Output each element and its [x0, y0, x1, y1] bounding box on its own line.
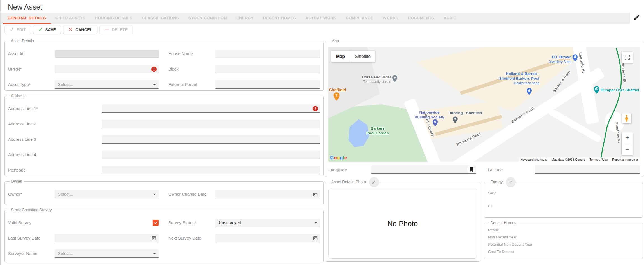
- error-icon: [312, 106, 318, 111]
- longitude-input[interactable]: [371, 165, 476, 174]
- report-map-error-link[interactable]: Report a map error: [612, 158, 638, 161]
- map-pin-horse-and-rider[interactable]: [392, 75, 397, 83]
- tab-audit[interactable]: AUDIT: [439, 13, 461, 24]
- chevron-down-icon: [153, 253, 156, 254]
- tab-classifications[interactable]: CLASSIFICATIONS: [137, 13, 184, 24]
- asset-type-select[interactable]: Select...: [55, 80, 159, 89]
- google-logo[interactable]: Google: [330, 155, 347, 161]
- delete-button[interactable]: DELETE: [99, 25, 133, 34]
- edit-pencil-icon[interactable]: [633, 14, 640, 21]
- poi-sheffield[interactable]: Sheffield: [329, 87, 346, 92]
- address-section: Address Address Line 1* Address Line 2 A…: [4, 93, 324, 176]
- external-parent-label: External Parent: [168, 82, 215, 87]
- address-line2-input[interactable]: [102, 120, 320, 128]
- poi-horse-and-rider[interactable]: Horse and Rider Temporarily closed: [358, 75, 391, 84]
- map-type-satellite-button[interactable]: Satellite: [350, 51, 375, 62]
- next-survey-date-input[interactable]: [215, 234, 320, 242]
- address-line4-label: Address Line 4: [8, 152, 102, 157]
- poi-bumper-cars[interactable]: Bumper Cars Sheffiel: [601, 88, 640, 93]
- tab-bar: GENERAL DETAILS CHILD ASSETS HOUSING DET…: [1, 13, 630, 24]
- postcode-input[interactable]: [102, 166, 320, 174]
- google-letter: o: [334, 155, 337, 160]
- no-photo-text: No Photo: [388, 219, 418, 228]
- edit-button[interactable]: EDIT: [4, 25, 31, 34]
- zoom-in-button[interactable]: +: [622, 132, 633, 144]
- photo-placeholder-box: No Photo: [328, 189, 477, 259]
- owner-change-date-input[interactable]: [215, 190, 320, 198]
- calendar-icon[interactable]: [151, 236, 157, 241]
- tab-actual-work[interactable]: ACTUAL WORK: [301, 13, 341, 24]
- poi-name: Sheffield Barkers Pool: [496, 76, 539, 81]
- tab-decent-homes[interactable]: DECENT HOMES: [258, 13, 301, 24]
- map-section: Map Barker's Pool Barker's Pool Barker's…: [325, 39, 643, 177]
- pegman-streetview-button[interactable]: [622, 113, 631, 123]
- tab-stock-condition[interactable]: STOCK CONDITION: [184, 13, 232, 24]
- address-line3-input[interactable]: [102, 135, 320, 144]
- last-survey-date-input[interactable]: [55, 234, 159, 242]
- longitude-label: Longitude: [328, 167, 371, 172]
- address-line4-input[interactable]: [102, 151, 320, 159]
- zoom-out-button[interactable]: −: [622, 144, 633, 155]
- legend-text: Energy: [490, 180, 503, 184]
- uprn-input[interactable]: [55, 65, 159, 73]
- save-button-label: SAVE: [45, 27, 56, 32]
- poi-name: Building Society: [412, 115, 447, 120]
- google-map[interactable]: Barker's Pool Barker's Pool Barker's Poo…: [328, 47, 640, 162]
- block-input[interactable]: [215, 65, 320, 73]
- tab-compliance[interactable]: COMPLIANCE: [341, 13, 378, 24]
- keyboard-shortcuts-link[interactable]: Keyboard shortcuts: [520, 158, 547, 161]
- map-pin-nationwide[interactable]: [433, 119, 438, 128]
- asset-details-legend: Asset Details: [10, 39, 35, 43]
- google-letter: g: [340, 155, 343, 160]
- poi-desc: Jewellery Store: [541, 60, 571, 64]
- house-name-input[interactable]: [215, 50, 320, 58]
- survey-status-select[interactable]: Unsurveyed: [215, 219, 320, 227]
- map-pin-sheffield[interactable]: [333, 92, 340, 102]
- tab-works[interactable]: WORKS: [378, 13, 403, 24]
- map-type-map-button[interactable]: Map: [331, 51, 350, 62]
- surveyor-name-label: Surveyor Name: [8, 251, 55, 256]
- refresh-energy-button[interactable]: [506, 177, 515, 187]
- tab-energy[interactable]: ENERGY: [232, 13, 258, 24]
- map-pin-bumper-cars[interactable]: [594, 86, 599, 95]
- tab-child-assets[interactable]: CHILD ASSETS: [51, 13, 90, 24]
- poi-hl-brown[interactable]: H L Brown Jewellery Store: [541, 55, 571, 64]
- save-button[interactable]: SAVE: [33, 25, 61, 34]
- result-label: Result: [488, 228, 639, 232]
- tab-documents[interactable]: DOCUMENTS: [403, 13, 439, 24]
- map-pin-tutoring[interactable]: [453, 116, 458, 125]
- surveyor-name-select[interactable]: Select...: [55, 249, 159, 258]
- asset-id-input: [55, 50, 159, 58]
- cancel-button[interactable]: CANCEL: [63, 25, 97, 34]
- area-label: Pool Garden: [364, 131, 391, 136]
- edit-button-label: EDIT: [17, 27, 26, 32]
- bookmark-icon[interactable]: [467, 165, 475, 173]
- poi-nationwide[interactable]: Nationwide Building Society: [412, 110, 447, 120]
- calendar-icon[interactable]: [313, 236, 318, 241]
- poi-name: Horse and Rider: [358, 75, 391, 80]
- owner-select[interactable]: Select...: [55, 190, 159, 198]
- chevron-down-icon: [153, 194, 156, 195]
- poi-tutoring[interactable]: Tutoring - Sheffield: [448, 111, 488, 116]
- pencil-icon: [10, 27, 14, 32]
- external-parent-input[interactable]: [215, 80, 320, 89]
- edit-photo-button[interactable]: [369, 177, 379, 187]
- house-name-label: House Name: [168, 51, 215, 56]
- poi-holland-barrett[interactable]: Holland & Barrett - Sheffield Barkers Po…: [496, 72, 539, 85]
- terms-of-use-link[interactable]: Terms of Use: [589, 158, 608, 161]
- stock-condition-survey-section: Stock Condition Survey Valid Survey Surv…: [4, 208, 324, 262]
- owner-change-date-label: Owner Change Date: [168, 192, 215, 196]
- non-decent-year-label: Non Decent Year: [488, 235, 639, 239]
- calendar-icon[interactable]: [313, 192, 318, 197]
- dash-icon: [104, 27, 109, 32]
- fullscreen-button[interactable]: [622, 52, 633, 63]
- surveyor-name-value: Select...: [58, 251, 73, 256]
- valid-survey-checkbox[interactable]: [153, 220, 159, 226]
- block-label: Block: [168, 67, 215, 71]
- map-pin-hl-brown[interactable]: [573, 54, 578, 63]
- address-line1-input[interactable]: [102, 104, 320, 113]
- tab-housing-details[interactable]: HOUSING DETAILS: [90, 13, 137, 24]
- map-pin-holland-barrett[interactable]: [527, 88, 532, 96]
- tab-general-details[interactable]: GENERAL DETAILS: [3, 13, 51, 24]
- latitude-input[interactable]: [535, 165, 640, 174]
